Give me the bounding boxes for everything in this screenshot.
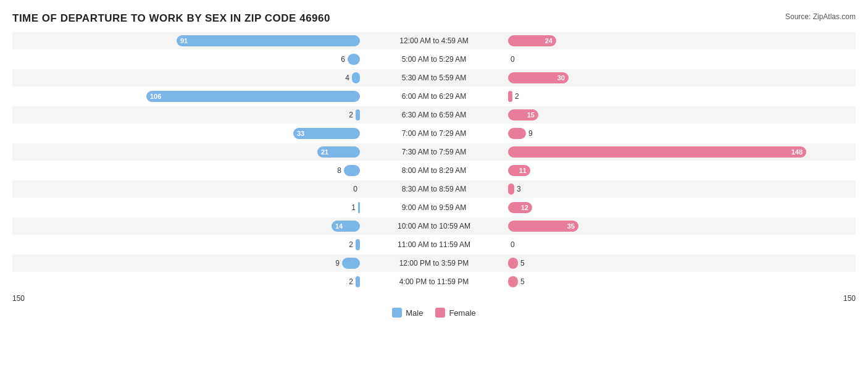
time-range-label: 8:30 AM to 8:59 AM [360, 185, 508, 193]
time-range-label: 10:00 AM to 10:59 AM [360, 222, 508, 230]
time-range-label: 6:00 AM to 6:29 AM [360, 92, 508, 101]
source-text: Source: ZipAtlas.com [785, 12, 856, 21]
female-bar: 2 [508, 91, 512, 102]
female-bar: 11 [508, 165, 530, 176]
male-bar: 2 [356, 109, 360, 120]
table-row: 1066:00 AM to 6:29 AM2 [12, 88, 856, 105]
male-value-label: 14 [335, 222, 343, 230]
legend-male: Male [392, 308, 423, 318]
male-bar: 2 [356, 276, 360, 287]
female-value-label: 0 [511, 55, 515, 64]
chart-body: 9112:00 AM to 4:59 AM2465:00 AM to 5:29 … [12, 32, 856, 290]
table-row: 45:30 AM to 5:59 AM30 [12, 69, 856, 86]
male-bar: 2 [356, 239, 360, 250]
female-bar: 148 [508, 146, 806, 158]
female-value-label: 2 [515, 92, 519, 101]
table-row: 211:00 AM to 11:59 AM0 [12, 236, 856, 253]
table-row: 26:30 AM to 6:59 AM15 [12, 106, 856, 124]
male-bar: 4 [352, 72, 360, 83]
left-section: 106 [12, 88, 360, 105]
left-section: 0 [12, 180, 360, 198]
right-section: 3 [508, 180, 856, 198]
female-bar: 12 [508, 202, 532, 213]
male-bar: 9 [342, 258, 360, 269]
time-range-label: 11:00 AM to 11:59 AM [360, 240, 508, 249]
legend-female: Female [435, 308, 475, 318]
male-bar: 106 [146, 91, 360, 102]
table-row: 912:00 PM to 3:59 PM5 [12, 255, 856, 272]
legend-female-color [435, 308, 445, 318]
time-range-label: 4:00 PM to 11:59 PM [360, 277, 508, 286]
male-bar: 8 [344, 165, 360, 176]
male-bar: 1 [358, 202, 360, 213]
male-bar: 14 [332, 221, 360, 232]
right-section: 24 [508, 32, 856, 49]
right-section: 5 [508, 255, 856, 272]
female-value-label: 11 [519, 167, 527, 174]
right-section: 35 [508, 217, 856, 235]
time-range-label: 7:30 AM to 7:59 AM [360, 148, 508, 156]
female-value-label: 35 [567, 222, 575, 230]
right-section: 30 [508, 69, 856, 86]
male-value-label: 8 [337, 166, 341, 175]
axis-right-label: 150 [843, 294, 856, 303]
left-section: 33 [12, 125, 360, 142]
time-range-label: 5:00 AM to 5:29 AM [360, 55, 508, 64]
right-section: 11 [508, 162, 856, 179]
female-bar: 30 [508, 72, 569, 83]
chart-container: TIME OF DEPARTURE TO WORK BY SEX IN ZIP … [0, 0, 868, 367]
female-value-label: 9 [528, 129, 533, 138]
time-range-label: 5:30 AM to 5:59 AM [360, 74, 508, 82]
table-row: 1410:00 AM to 10:59 AM35 [12, 217, 856, 235]
female-value-label: 0 [511, 240, 515, 249]
time-range-label: 6:30 AM to 6:59 AM [360, 111, 508, 119]
time-range-label: 12:00 AM to 4:59 AM [360, 36, 508, 45]
male-value-label: 6 [341, 55, 345, 64]
table-row: 08:30 AM to 8:59 AM3 [12, 180, 856, 198]
male-value-label: 4 [345, 74, 349, 82]
time-range-label: 9:00 AM to 9:59 AM [360, 203, 508, 212]
female-bar: 5 [508, 276, 518, 287]
female-value-label: 3 [517, 185, 521, 193]
female-bar: 9 [508, 128, 526, 139]
table-row: 19:00 AM to 9:59 AM12 [12, 199, 856, 216]
table-row: 9112:00 AM to 4:59 AM24 [12, 32, 856, 49]
male-value-label: 2 [349, 111, 353, 119]
table-row: 337:00 AM to 7:29 AM9 [12, 125, 856, 142]
table-row: 24:00 PM to 11:59 PM5 [12, 273, 856, 290]
right-section: 0 [508, 236, 856, 253]
right-section: 148 [508, 143, 856, 161]
table-row: 217:30 AM to 7:59 AM148 [12, 143, 856, 161]
time-range-label: 8:00 AM to 8:29 AM [360, 166, 508, 175]
female-value-label: 24 [545, 37, 553, 44]
left-section: 1 [12, 199, 360, 216]
table-row: 65:00 AM to 5:29 AM0 [12, 51, 856, 68]
right-section: 12 [508, 199, 856, 216]
left-section: 6 [12, 51, 360, 68]
right-section: 9 [508, 125, 856, 142]
left-section: 2 [12, 236, 360, 253]
left-section: 14 [12, 217, 360, 235]
female-bar: 15 [508, 109, 538, 120]
male-value-label: 0 [353, 185, 357, 193]
female-value-label: 15 [527, 111, 535, 119]
female-value-label: 5 [520, 277, 525, 286]
right-section: 2 [508, 88, 856, 105]
male-bar: 6 [348, 54, 360, 65]
male-value-label: 2 [349, 240, 353, 249]
male-value-label: 1 [351, 203, 356, 212]
right-section: 0 [508, 51, 856, 68]
female-bar: 3 [508, 184, 514, 195]
male-value-label: 33 [297, 130, 304, 137]
female-value-label: 148 [791, 148, 803, 156]
female-bar: 5 [508, 258, 518, 269]
legend-male-label: Male [406, 308, 423, 318]
right-section: 15 [508, 106, 856, 124]
male-bar: 21 [317, 146, 360, 158]
title-row: TIME OF DEPARTURE TO WORK BY SEX IN ZIP … [12, 12, 856, 25]
left-section: 21 [12, 143, 360, 161]
male-value-label: 2 [349, 277, 353, 286]
female-bar: 35 [508, 221, 578, 232]
legend-female-label: Female [449, 308, 475, 318]
right-section: 5 [508, 273, 856, 290]
